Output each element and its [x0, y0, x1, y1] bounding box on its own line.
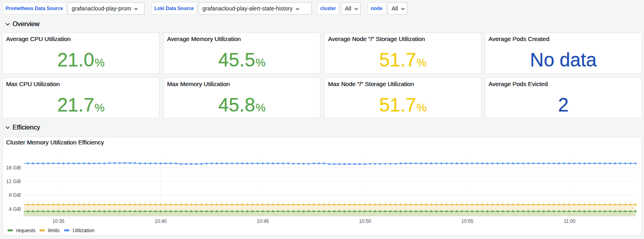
svg-text:12 GiB: 12 GiB [6, 179, 21, 184]
svg-text:requests: requests [16, 228, 35, 233]
svg-text:limits: limits [48, 228, 60, 233]
svg-text:11:00: 11:00 [564, 218, 575, 224]
svg-text:10:55: 10:55 [461, 218, 473, 224]
svg-text:10:35: 10:35 [52, 218, 64, 224]
svg-text:Utilization: Utilization [73, 228, 95, 233]
svg-text:4 GiB: 4 GiB [9, 206, 21, 212]
svg-text:10:50: 10:50 [359, 218, 371, 224]
svg-text:10:45: 10:45 [257, 218, 269, 224]
svg-text:16 GiB: 16 GiB [6, 165, 21, 171]
svg-text:10:40: 10:40 [155, 218, 167, 224]
svg-text:8 GiB: 8 GiB [9, 192, 21, 198]
